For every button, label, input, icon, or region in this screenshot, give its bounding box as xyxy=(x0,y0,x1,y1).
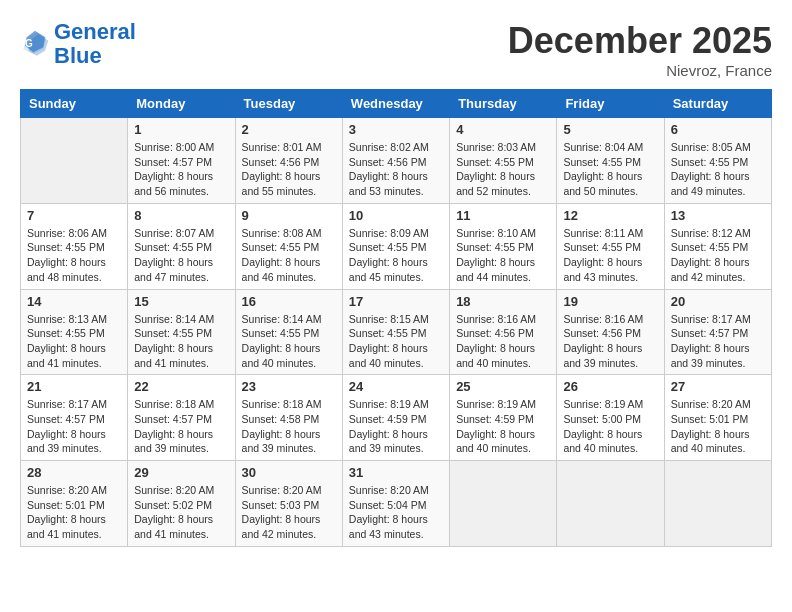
calendar-cell: 2Sunrise: 8:01 AMSunset: 4:56 PMDaylight… xyxy=(235,118,342,204)
day-info: Sunrise: 8:17 AMSunset: 4:57 PMDaylight:… xyxy=(671,312,765,371)
day-info: Sunrise: 8:20 AMSunset: 5:01 PMDaylight:… xyxy=(27,483,121,542)
page-header: G GeneralBlue December 2025 Nievroz, Fra… xyxy=(20,20,772,79)
calendar-cell: 31Sunrise: 8:20 AMSunset: 5:04 PMDayligh… xyxy=(342,461,449,547)
day-number: 7 xyxy=(27,208,121,223)
calendar-week-row: 1Sunrise: 8:00 AMSunset: 4:57 PMDaylight… xyxy=(21,118,772,204)
calendar-cell: 10Sunrise: 8:09 AMSunset: 4:55 PMDayligh… xyxy=(342,203,449,289)
weekday-header: Friday xyxy=(557,90,664,118)
day-number: 3 xyxy=(349,122,443,137)
day-info: Sunrise: 8:19 AMSunset: 5:00 PMDaylight:… xyxy=(563,397,657,456)
calendar-cell: 26Sunrise: 8:19 AMSunset: 5:00 PMDayligh… xyxy=(557,375,664,461)
month-title: December 2025 xyxy=(508,20,772,62)
day-number: 20 xyxy=(671,294,765,309)
day-info: Sunrise: 8:19 AMSunset: 4:59 PMDaylight:… xyxy=(349,397,443,456)
logo-icon: G xyxy=(20,29,50,59)
calendar-cell: 16Sunrise: 8:14 AMSunset: 4:55 PMDayligh… xyxy=(235,289,342,375)
calendar-cell: 20Sunrise: 8:17 AMSunset: 4:57 PMDayligh… xyxy=(664,289,771,375)
calendar-cell: 12Sunrise: 8:11 AMSunset: 4:55 PMDayligh… xyxy=(557,203,664,289)
calendar-cell: 4Sunrise: 8:03 AMSunset: 4:55 PMDaylight… xyxy=(450,118,557,204)
day-number: 15 xyxy=(134,294,228,309)
calendar-cell: 3Sunrise: 8:02 AMSunset: 4:56 PMDaylight… xyxy=(342,118,449,204)
calendar-cell: 8Sunrise: 8:07 AMSunset: 4:55 PMDaylight… xyxy=(128,203,235,289)
day-number: 22 xyxy=(134,379,228,394)
day-info: Sunrise: 8:10 AMSunset: 4:55 PMDaylight:… xyxy=(456,226,550,285)
calendar-cell: 6Sunrise: 8:05 AMSunset: 4:55 PMDaylight… xyxy=(664,118,771,204)
weekday-header: Wednesday xyxy=(342,90,449,118)
day-number: 21 xyxy=(27,379,121,394)
calendar-cell: 29Sunrise: 8:20 AMSunset: 5:02 PMDayligh… xyxy=(128,461,235,547)
day-number: 18 xyxy=(456,294,550,309)
weekday-header: Thursday xyxy=(450,90,557,118)
day-number: 27 xyxy=(671,379,765,394)
logo-text: GeneralBlue xyxy=(54,20,136,68)
calendar-cell: 30Sunrise: 8:20 AMSunset: 5:03 PMDayligh… xyxy=(235,461,342,547)
day-number: 2 xyxy=(242,122,336,137)
calendar-cell: 24Sunrise: 8:19 AMSunset: 4:59 PMDayligh… xyxy=(342,375,449,461)
day-info: Sunrise: 8:09 AMSunset: 4:55 PMDaylight:… xyxy=(349,226,443,285)
day-number: 26 xyxy=(563,379,657,394)
day-number: 25 xyxy=(456,379,550,394)
day-info: Sunrise: 8:20 AMSunset: 5:01 PMDaylight:… xyxy=(671,397,765,456)
calendar-week-row: 21Sunrise: 8:17 AMSunset: 4:57 PMDayligh… xyxy=(21,375,772,461)
day-number: 12 xyxy=(563,208,657,223)
day-number: 14 xyxy=(27,294,121,309)
day-number: 13 xyxy=(671,208,765,223)
day-info: Sunrise: 8:11 AMSunset: 4:55 PMDaylight:… xyxy=(563,226,657,285)
weekday-header: Monday xyxy=(128,90,235,118)
day-info: Sunrise: 8:19 AMSunset: 4:59 PMDaylight:… xyxy=(456,397,550,456)
calendar-cell xyxy=(664,461,771,547)
day-number: 29 xyxy=(134,465,228,480)
day-info: Sunrise: 8:16 AMSunset: 4:56 PMDaylight:… xyxy=(563,312,657,371)
day-number: 17 xyxy=(349,294,443,309)
day-info: Sunrise: 8:13 AMSunset: 4:55 PMDaylight:… xyxy=(27,312,121,371)
day-info: Sunrise: 8:15 AMSunset: 4:55 PMDaylight:… xyxy=(349,312,443,371)
day-number: 1 xyxy=(134,122,228,137)
calendar-cell: 21Sunrise: 8:17 AMSunset: 4:57 PMDayligh… xyxy=(21,375,128,461)
day-number: 4 xyxy=(456,122,550,137)
day-number: 23 xyxy=(242,379,336,394)
day-info: Sunrise: 8:14 AMSunset: 4:55 PMDaylight:… xyxy=(242,312,336,371)
day-info: Sunrise: 8:14 AMSunset: 4:55 PMDaylight:… xyxy=(134,312,228,371)
day-number: 9 xyxy=(242,208,336,223)
calendar-cell: 17Sunrise: 8:15 AMSunset: 4:55 PMDayligh… xyxy=(342,289,449,375)
calendar-cell: 15Sunrise: 8:14 AMSunset: 4:55 PMDayligh… xyxy=(128,289,235,375)
calendar-cell: 23Sunrise: 8:18 AMSunset: 4:58 PMDayligh… xyxy=(235,375,342,461)
calendar-cell: 28Sunrise: 8:20 AMSunset: 5:01 PMDayligh… xyxy=(21,461,128,547)
day-number: 8 xyxy=(134,208,228,223)
calendar-cell xyxy=(557,461,664,547)
weekday-header: Saturday xyxy=(664,90,771,118)
day-number: 30 xyxy=(242,465,336,480)
calendar-cell: 25Sunrise: 8:19 AMSunset: 4:59 PMDayligh… xyxy=(450,375,557,461)
day-info: Sunrise: 8:04 AMSunset: 4:55 PMDaylight:… xyxy=(563,140,657,199)
svg-text:G: G xyxy=(25,39,33,50)
calendar-cell: 9Sunrise: 8:08 AMSunset: 4:55 PMDaylight… xyxy=(235,203,342,289)
calendar-cell xyxy=(21,118,128,204)
day-number: 28 xyxy=(27,465,121,480)
day-info: Sunrise: 8:17 AMSunset: 4:57 PMDaylight:… xyxy=(27,397,121,456)
calendar-cell: 11Sunrise: 8:10 AMSunset: 4:55 PMDayligh… xyxy=(450,203,557,289)
day-number: 6 xyxy=(671,122,765,137)
day-number: 16 xyxy=(242,294,336,309)
day-number: 31 xyxy=(349,465,443,480)
calendar-cell: 5Sunrise: 8:04 AMSunset: 4:55 PMDaylight… xyxy=(557,118,664,204)
calendar-week-row: 7Sunrise: 8:06 AMSunset: 4:55 PMDaylight… xyxy=(21,203,772,289)
calendar-cell: 7Sunrise: 8:06 AMSunset: 4:55 PMDaylight… xyxy=(21,203,128,289)
calendar-cell: 27Sunrise: 8:20 AMSunset: 5:01 PMDayligh… xyxy=(664,375,771,461)
day-info: Sunrise: 8:18 AMSunset: 4:57 PMDaylight:… xyxy=(134,397,228,456)
day-info: Sunrise: 8:05 AMSunset: 4:55 PMDaylight:… xyxy=(671,140,765,199)
day-number: 10 xyxy=(349,208,443,223)
day-info: Sunrise: 8:20 AMSunset: 5:02 PMDaylight:… xyxy=(134,483,228,542)
day-number: 11 xyxy=(456,208,550,223)
day-info: Sunrise: 8:07 AMSunset: 4:55 PMDaylight:… xyxy=(134,226,228,285)
day-info: Sunrise: 8:01 AMSunset: 4:56 PMDaylight:… xyxy=(242,140,336,199)
day-info: Sunrise: 8:18 AMSunset: 4:58 PMDaylight:… xyxy=(242,397,336,456)
weekday-header: Sunday xyxy=(21,90,128,118)
day-info: Sunrise: 8:16 AMSunset: 4:56 PMDaylight:… xyxy=(456,312,550,371)
calendar-week-row: 28Sunrise: 8:20 AMSunset: 5:01 PMDayligh… xyxy=(21,461,772,547)
day-info: Sunrise: 8:03 AMSunset: 4:55 PMDaylight:… xyxy=(456,140,550,199)
title-area: December 2025 Nievroz, France xyxy=(508,20,772,79)
calendar-cell xyxy=(450,461,557,547)
day-number: 24 xyxy=(349,379,443,394)
calendar-cell: 22Sunrise: 8:18 AMSunset: 4:57 PMDayligh… xyxy=(128,375,235,461)
calendar-cell: 14Sunrise: 8:13 AMSunset: 4:55 PMDayligh… xyxy=(21,289,128,375)
